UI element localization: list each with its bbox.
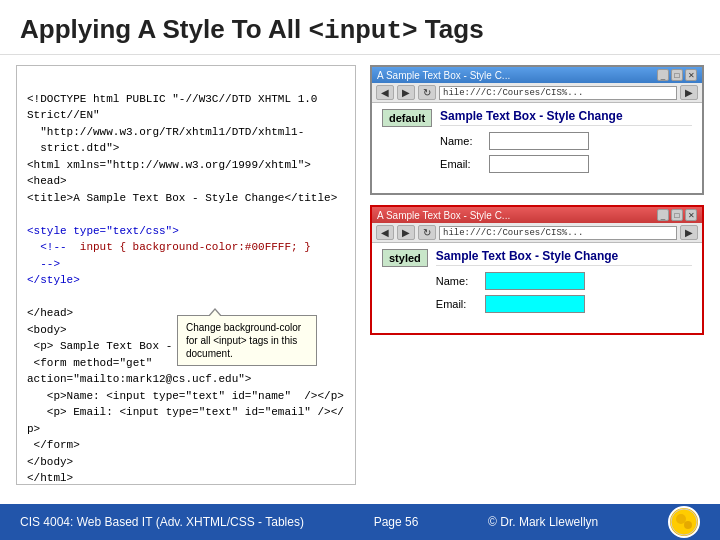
browser-window-styled: A Sample Text Box - Style C... _ □ ✕ ◀ ▶… bbox=[370, 205, 704, 335]
svg-point-2 bbox=[684, 521, 692, 529]
email-row-default: Email: bbox=[440, 155, 692, 173]
page-header: Applying A Style To All <input> Tags bbox=[0, 0, 720, 55]
email-label-styled: Email: bbox=[436, 298, 481, 310]
code-panel: <!DOCTYPE html PUBLIC "-//W3C//DTD XHTML… bbox=[16, 65, 356, 485]
forward-button-styled[interactable]: ▶ bbox=[397, 225, 415, 240]
browser-titlebar-default: A Sample Text Box - Style C... _ □ ✕ bbox=[372, 67, 702, 83]
title-suffix: Tags bbox=[418, 14, 484, 44]
address-bar-default[interactable] bbox=[439, 86, 677, 100]
footer-copyright: © Dr. Mark Llewellyn bbox=[488, 515, 598, 529]
browser-page-title-styled: Sample Text Box - Style Change bbox=[436, 249, 692, 266]
browser-content-styled: styled Sample Text Box - Style Change Na… bbox=[372, 243, 702, 333]
main-content: <!DOCTYPE html PUBLIC "-//W3C//DTD XHTML… bbox=[0, 55, 720, 495]
back-button-styled[interactable]: ◀ bbox=[376, 225, 394, 240]
code-block: <!DOCTYPE html PUBLIC "-//W3C//DTD XHTML… bbox=[27, 74, 345, 487]
title-code: <input> bbox=[308, 16, 417, 46]
close-button-styled[interactable]: ✕ bbox=[685, 209, 697, 221]
refresh-button-default[interactable]: ↻ bbox=[418, 85, 436, 100]
maximize-button-styled[interactable]: □ bbox=[671, 209, 683, 221]
browser-title-styled-text: A Sample Text Box - Style C... bbox=[377, 210, 510, 221]
maximize-button[interactable]: □ bbox=[671, 69, 683, 81]
window-controls-styled: _ □ ✕ bbox=[657, 209, 697, 221]
name-input-default[interactable] bbox=[489, 132, 589, 150]
title-prefix: Applying A Style To All bbox=[20, 14, 308, 44]
footer-page: Page 56 bbox=[374, 515, 419, 529]
minimize-button[interactable]: _ bbox=[657, 69, 669, 81]
back-button-default[interactable]: ◀ bbox=[376, 85, 394, 100]
go-button-styled[interactable]: ▶ bbox=[680, 225, 698, 240]
name-row-default: Name: bbox=[440, 132, 692, 150]
ucf-logo bbox=[668, 506, 700, 538]
browser-titlebar-styled: A Sample Text Box - Style C... _ □ ✕ bbox=[372, 207, 702, 223]
browser-toolbar-styled: ◀ ▶ ↻ ▶ bbox=[372, 223, 702, 243]
styled-badge: styled bbox=[382, 249, 428, 267]
page-title: Applying A Style To All <input> Tags bbox=[20, 14, 700, 46]
svg-point-1 bbox=[676, 514, 686, 524]
forward-button-default[interactable]: ▶ bbox=[397, 85, 415, 100]
address-bar-styled[interactable] bbox=[439, 226, 677, 240]
refresh-button-styled[interactable]: ↻ bbox=[418, 225, 436, 240]
email-row-styled: Email: bbox=[436, 295, 692, 313]
name-row-styled: Name: bbox=[436, 272, 692, 290]
tooltip-text: Change background-color for all <input> … bbox=[186, 322, 301, 359]
email-input-styled[interactable] bbox=[485, 295, 585, 313]
minimize-button-styled[interactable]: _ bbox=[657, 209, 669, 221]
browser-title-default-text: A Sample Text Box - Style C... bbox=[377, 70, 510, 81]
browser-content-default: default Sample Text Box - Style Change N… bbox=[372, 103, 702, 193]
go-button-default[interactable]: ▶ bbox=[680, 85, 698, 100]
browser-window-default: A Sample Text Box - Style C... _ □ ✕ ◀ ▶… bbox=[370, 65, 704, 195]
email-input-default[interactable] bbox=[489, 155, 589, 173]
name-label-default: Name: bbox=[440, 135, 485, 147]
name-label-styled: Name: bbox=[436, 275, 481, 287]
window-controls-default: _ □ ✕ bbox=[657, 69, 697, 81]
close-button[interactable]: ✕ bbox=[685, 69, 697, 81]
footer-course: CIS 4004: Web Based IT (Adv. XHTML/CSS -… bbox=[20, 515, 304, 529]
browser-page-title-default: Sample Text Box - Style Change bbox=[440, 109, 692, 126]
page-footer: CIS 4004: Web Based IT (Adv. XHTML/CSS -… bbox=[0, 504, 720, 540]
email-label-default: Email: bbox=[440, 158, 485, 170]
browser-toolbar-default: ◀ ▶ ↻ ▶ bbox=[372, 83, 702, 103]
tooltip-bubble: Change background-color for all <input> … bbox=[177, 315, 317, 366]
name-input-styled[interactable] bbox=[485, 272, 585, 290]
default-badge: default bbox=[382, 109, 432, 127]
browser-panels: A Sample Text Box - Style C... _ □ ✕ ◀ ▶… bbox=[370, 65, 704, 485]
